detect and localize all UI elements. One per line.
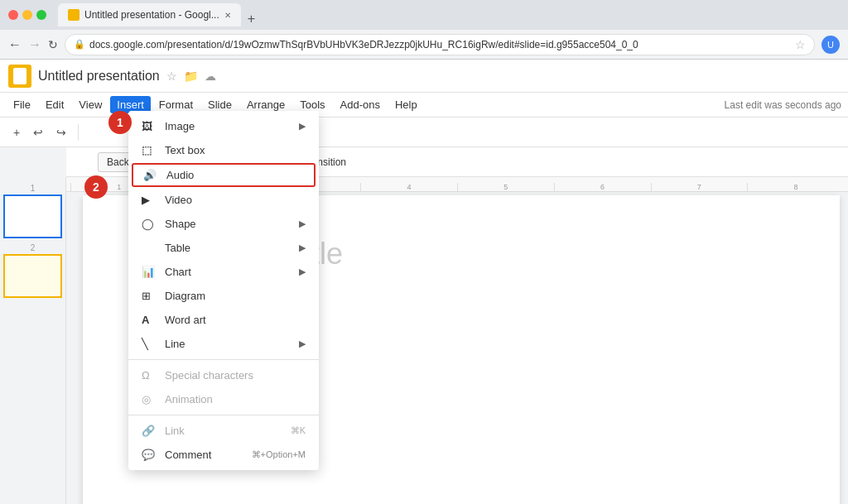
dd-separator-2	[128, 415, 319, 415]
step-2-label: 2	[93, 180, 99, 194]
slide-1-container: 1	[3, 184, 62, 238]
menu-addons[interactable]: Add-ons	[334, 96, 387, 113]
diagram-icon: ⊞	[142, 290, 157, 302]
slide-panel: 1 2	[0, 177, 66, 504]
ruler-mark-8: 8	[747, 183, 844, 191]
menu-item-line[interactable]: ╲ Line ▶	[128, 332, 319, 356]
image-icon: 🖼	[142, 120, 157, 132]
menu-edit[interactable]: Edit	[39, 96, 70, 113]
browser-chrome: Untitled presentation - Googl... ✕ +	[0, 0, 848, 30]
textbox-label: Text box	[165, 144, 205, 156]
menu-item-audio[interactable]: 🔊 Audio	[132, 163, 316, 187]
menu-item-animation: ◎ Animation	[128, 387, 319, 411]
close-traffic-light[interactable]	[8, 10, 18, 20]
profile-avatar[interactable]: U	[822, 36, 840, 54]
star-favorite-icon[interactable]: ☆	[166, 70, 177, 83]
tab-favicon	[68, 9, 80, 21]
line-icon: ╲	[142, 338, 157, 350]
doc-title[interactable]: Untitled presentation	[38, 69, 160, 84]
active-tab[interactable]: Untitled presentation - Googl... ✕	[58, 3, 241, 26]
menu-item-link: 🔗 Link ⌘K	[128, 419, 319, 443]
traffic-lights	[8, 10, 46, 20]
menu-item-table[interactable]: Table ▶	[128, 236, 319, 260]
back-button[interactable]: ←	[8, 37, 22, 52]
animation-icon: ◎	[142, 393, 157, 406]
insert-dropdown: 🖼 Image ▶ ⬚ Text box 🔊 Audio ▶ Video ◯ S…	[128, 111, 319, 470]
dd-separator-1	[128, 359, 319, 360]
menu-item-textbox[interactable]: ⬚ Text box	[128, 138, 319, 162]
menu-view[interactable]: View	[72, 96, 108, 113]
forward-button[interactable]: →	[28, 37, 41, 52]
menu-item-special-chars: Ω Special characters	[128, 363, 319, 387]
menu-item-shape[interactable]: ◯ Shape ▶	[128, 212, 319, 236]
app-header: Untitled presentation ☆ 📁 ☁	[0, 60, 848, 93]
menu-item-diagram[interactable]: ⊞ Diagram	[128, 284, 319, 308]
audio-label: Audio	[166, 169, 194, 181]
tab-title: Untitled presentation - Googl...	[84, 9, 219, 21]
header-icons: ☆ 📁 ☁	[166, 70, 216, 83]
line-arrow: ▶	[299, 338, 306, 349]
menu-file[interactable]: File	[7, 96, 37, 113]
link-shortcut: ⌘K	[291, 425, 306, 436]
image-arrow: ▶	[299, 121, 306, 132]
menu-item-video[interactable]: ▶ Video	[128, 188, 319, 212]
ruler-mark-7: 7	[651, 183, 748, 191]
video-icon: ▶	[142, 194, 157, 206]
video-label: Video	[165, 194, 192, 206]
textbox-icon: ⬚	[142, 144, 157, 156]
link-label: Link	[165, 425, 185, 437]
slide-1-thumb-img	[7, 198, 59, 235]
wordart-icon: A	[142, 314, 157, 326]
comment-label: Comment	[165, 449, 211, 461]
shape-icon: ◯	[142, 218, 157, 230]
shape-arrow: ▶	[299, 218, 306, 229]
chart-icon: 📊	[142, 266, 157, 278]
minimize-traffic-light[interactable]	[22, 10, 32, 20]
cloud-icon[interactable]: ☁	[205, 70, 216, 83]
ruler-mark-5: 5	[457, 183, 554, 191]
special-chars-label: Special characters	[165, 369, 253, 382]
comment-icon: 💬	[142, 449, 157, 461]
tab-close-icon[interactable]: ✕	[224, 11, 231, 20]
toolbar-sep-1	[78, 124, 79, 141]
menu-item-wordart[interactable]: A Word art	[128, 308, 319, 332]
new-tab-button[interactable]: +	[241, 12, 262, 26]
slide-2-number: 2	[3, 243, 62, 252]
table-arrow: ▶	[299, 242, 306, 253]
slide-2-thumb[interactable]	[3, 254, 62, 298]
tab-bar: Untitled presentation - Googl... ✕ +	[58, 3, 840, 26]
logo-inner	[13, 68, 26, 84]
folder-icon[interactable]: 📁	[184, 70, 198, 83]
slide-2-container: 2	[3, 243, 62, 298]
menu-help[interactable]: Help	[388, 96, 424, 113]
chart-label: Chart	[165, 266, 191, 278]
maximize-traffic-light[interactable]	[36, 10, 46, 20]
reload-button[interactable]: ↻	[48, 38, 58, 51]
address-bar[interactable]: 🔒 docs.google.com/presentation/d/19wOzmw…	[65, 34, 815, 55]
chart-arrow: ▶	[299, 266, 306, 277]
animation-label: Animation	[165, 393, 213, 406]
star-icon[interactable]: ☆	[795, 38, 806, 51]
slide-1-thumb[interactable]	[3, 194, 62, 238]
toolbar-undo-button[interactable]: ↩	[28, 123, 48, 142]
audio-icon: 🔊	[143, 169, 158, 181]
app-logo	[8, 65, 31, 88]
line-label: Line	[165, 338, 186, 350]
address-bar-row: ← → ↻ 🔒 docs.google.com/presentation/d/1…	[0, 30, 848, 60]
menu-item-chart[interactable]: 📊 Chart ▶	[128, 260, 319, 284]
toolbar-add-button[interactable]: +	[8, 123, 25, 142]
step-1-label: 1	[117, 116, 123, 129]
slide-2-thumb-img	[7, 257, 59, 295]
table-label: Table	[165, 242, 190, 254]
menu-item-comment[interactable]: 💬 Comment ⌘+Option+M	[128, 443, 319, 467]
toolbar-redo-button[interactable]: ↪	[51, 123, 71, 142]
menu-item-image[interactable]: 🖼 Image ▶	[128, 114, 319, 138]
step-2-circle: 2	[84, 175, 108, 199]
url-text: docs.google.com/presentation/d/19wOzmwTh…	[89, 39, 638, 50]
diagram-label: Diagram	[165, 290, 205, 302]
special-chars-icon: Ω	[142, 369, 157, 382]
slide-1-number: 1	[3, 184, 62, 193]
ruler-mark-6: 6	[554, 183, 651, 191]
last-edit-text: Last edit was seconds ago	[725, 99, 841, 111]
step-1-circle: 1	[108, 111, 132, 134]
